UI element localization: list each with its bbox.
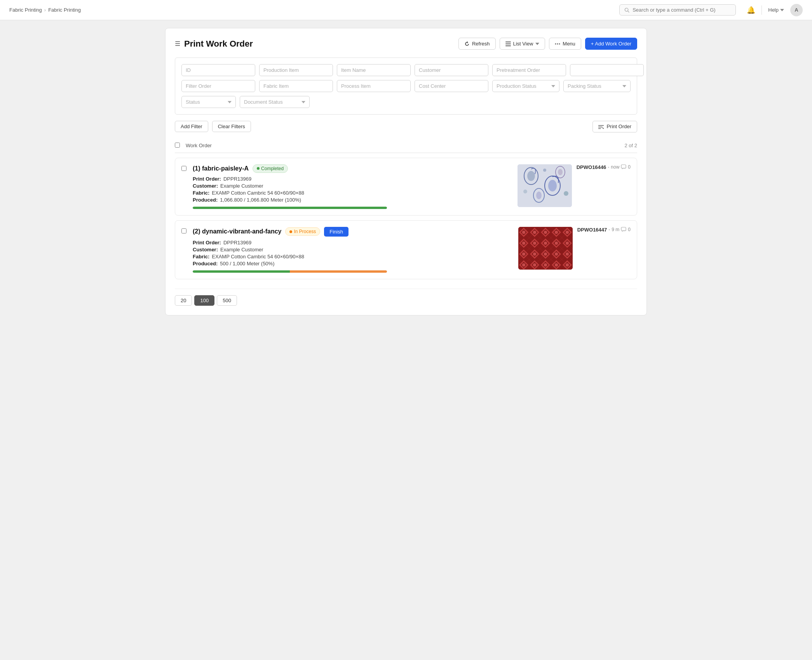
card-2-order-info: DPWO16447 - 9 m 0 bbox=[577, 227, 631, 233]
filter-row-3: Status Document Status bbox=[181, 96, 631, 108]
cost-center-filter[interactable] bbox=[415, 80, 488, 92]
work-orders-list: (1) fabric-paisley-A Completed Print Ord… bbox=[175, 158, 637, 279]
avatar[interactable]: A bbox=[790, 4, 803, 16]
card-2-content: (2) dynamic-vibrant-and-fancy In Process… bbox=[193, 227, 512, 273]
card-2-title-row: (2) dynamic-vibrant-and-fancy In Process… bbox=[193, 227, 512, 237]
production-item-filter[interactable] bbox=[259, 64, 333, 76]
svg-rect-28 bbox=[518, 227, 573, 270]
add-work-order-button[interactable]: + Add Work Order bbox=[585, 38, 637, 50]
fabric-label-2: Fabric: bbox=[193, 254, 209, 259]
card-1-order-info: DPWO16446 - now 0 bbox=[577, 164, 631, 170]
svg-rect-3 bbox=[505, 44, 511, 44]
fabric-item-filter[interactable] bbox=[259, 80, 333, 92]
status-filter[interactable]: Status bbox=[181, 96, 236, 108]
card-1-fabric: EXAMP Cotton Cambric 54 60×60/90×88 bbox=[212, 190, 304, 196]
work-order-card-2: (2) dynamic-vibrant-and-fancy In Process… bbox=[175, 220, 637, 279]
packing-status-filter[interactable]: Packing Status bbox=[563, 80, 631, 92]
card-2-print-order-row: Print Order: DPPR13969 bbox=[193, 240, 512, 246]
svg-point-7 bbox=[559, 43, 560, 44]
help-label: Help bbox=[768, 7, 779, 13]
work-order-column-label: Work Order bbox=[186, 143, 624, 148]
card-2-order-meta: DPWO16447 - 9 m 0 bbox=[577, 227, 631, 233]
process-item-filter[interactable] bbox=[337, 80, 411, 92]
card-1-order-id[interactable]: DPWO16446 bbox=[577, 164, 606, 170]
svg-rect-20 bbox=[621, 165, 626, 168]
print-order-button[interactable]: Print Order bbox=[592, 121, 637, 132]
chevron-down-icon bbox=[535, 43, 539, 45]
card-1-meta: Print Order: DPPR13969 Customer: Example… bbox=[193, 176, 511, 203]
produced-label: Produced: bbox=[193, 197, 218, 203]
menu-button[interactable]: Menu bbox=[549, 38, 581, 50]
clear-filters-button[interactable]: Clear Filters bbox=[212, 121, 251, 132]
breadcrumb-item-2[interactable]: Fabric Printing bbox=[48, 7, 81, 13]
produced-label-2: Produced: bbox=[193, 261, 218, 266]
refresh-label: Refresh bbox=[472, 41, 490, 47]
card-2-checkbox[interactable] bbox=[181, 228, 186, 233]
filter-buttons: Add Filter Clear Filters bbox=[175, 121, 251, 132]
card-1-right: DPWO16446 - now 0 bbox=[518, 164, 631, 207]
card-1-customer: Example Customer bbox=[220, 183, 263, 189]
filter-actions: Add Filter Clear Filters Print Order bbox=[175, 121, 637, 132]
card-1-order-meta: DPWO16446 - now 0 bbox=[577, 164, 631, 170]
filter-order-input[interactable] bbox=[181, 80, 255, 92]
card-2-status-badge: In Process bbox=[285, 227, 320, 236]
header-actions: Refresh List View Menu bbox=[458, 38, 637, 50]
card-2-progress-fill bbox=[193, 270, 387, 273]
id-filter[interactable] bbox=[181, 64, 255, 76]
menu-label: Menu bbox=[563, 41, 575, 47]
card-1-print-order[interactable]: DPPR13969 bbox=[223, 176, 251, 182]
list-view-button[interactable]: List View bbox=[500, 38, 545, 50]
refresh-icon bbox=[464, 41, 470, 47]
page-size-20[interactable]: 20 bbox=[175, 295, 192, 306]
item-name-filter[interactable] bbox=[337, 64, 411, 76]
print-order-label: Print Order bbox=[606, 124, 631, 129]
card-2-image bbox=[518, 227, 573, 270]
card-1-status-label: Completed bbox=[261, 166, 284, 171]
list-icon bbox=[505, 41, 511, 47]
card-2-produced-row: Produced: 500 / 1,000 Meter (50%) bbox=[193, 261, 512, 266]
print-order-label: Print Order: bbox=[193, 176, 221, 182]
main-content: ☰ Print Work Order Refresh List View bbox=[165, 28, 647, 315]
page-title: Print Work Order bbox=[184, 39, 253, 49]
pretreatment-order-value[interactable]: DPPR13969 bbox=[570, 64, 644, 76]
refresh-button[interactable]: Refresh bbox=[458, 38, 496, 50]
card-2-order-id[interactable]: DPWO16447 bbox=[577, 227, 607, 233]
customer-filter[interactable] bbox=[415, 64, 488, 76]
search-bar[interactable] bbox=[619, 4, 736, 16]
breadcrumb-item-1[interactable]: Fabric Printing bbox=[9, 7, 42, 13]
help-button[interactable]: Help bbox=[768, 7, 784, 13]
fabric-label: Fabric: bbox=[193, 190, 209, 196]
pretreatment-order-filter[interactable] bbox=[492, 64, 566, 76]
card-2-right: DPWO16447 - 9 m 0 bbox=[518, 227, 631, 270]
add-filter-button[interactable]: Add Filter bbox=[175, 121, 208, 132]
search-icon bbox=[624, 7, 629, 13]
svg-rect-2 bbox=[505, 42, 511, 42]
select-all-checkbox[interactable] bbox=[175, 143, 180, 148]
notification-icon[interactable]: 🔔 bbox=[747, 6, 755, 14]
svg-rect-4 bbox=[505, 45, 511, 46]
search-input[interactable] bbox=[633, 7, 731, 13]
card-2-progress-bar bbox=[193, 270, 387, 273]
card-1-dash: - bbox=[608, 164, 609, 170]
card-2-print-order[interactable]: DPPR13969 bbox=[223, 240, 251, 246]
page-title-wrap: ☰ Print Work Order bbox=[175, 39, 458, 49]
card-2-meta: Print Order: DPPR13969 Customer: Example… bbox=[193, 240, 512, 266]
finish-button[interactable]: Finish bbox=[324, 227, 348, 237]
card-2-fabric: EXAMP Cotton Cambric 54 60×60/90×88 bbox=[212, 254, 304, 259]
comment-icon bbox=[621, 164, 626, 170]
page-size-100[interactable]: 100 bbox=[194, 295, 214, 306]
page-size-500[interactable]: 500 bbox=[217, 295, 237, 306]
add-work-order-label: + Add Work Order bbox=[591, 41, 631, 47]
sidebar-toggle-icon[interactable]: ☰ bbox=[175, 40, 180, 47]
document-status-filter[interactable]: Document Status bbox=[240, 96, 310, 108]
svg-point-19 bbox=[564, 191, 568, 196]
work-order-card: (1) fabric-paisley-A Completed Print Ord… bbox=[175, 158, 637, 216]
card-1-checkbox[interactable] bbox=[181, 166, 186, 171]
filter-row-2: Production Status Packing Status bbox=[181, 80, 631, 92]
card-1-comment-count: 0 bbox=[628, 164, 631, 170]
card-2-customer: Example Customer bbox=[220, 247, 263, 253]
comment-icon-2 bbox=[621, 227, 626, 232]
card-1-produced-row: Produced: 1,066.800 / 1,066.800 Meter (1… bbox=[193, 197, 511, 203]
sort-icon bbox=[598, 124, 604, 130]
production-status-filter[interactable]: Production Status bbox=[492, 80, 559, 92]
